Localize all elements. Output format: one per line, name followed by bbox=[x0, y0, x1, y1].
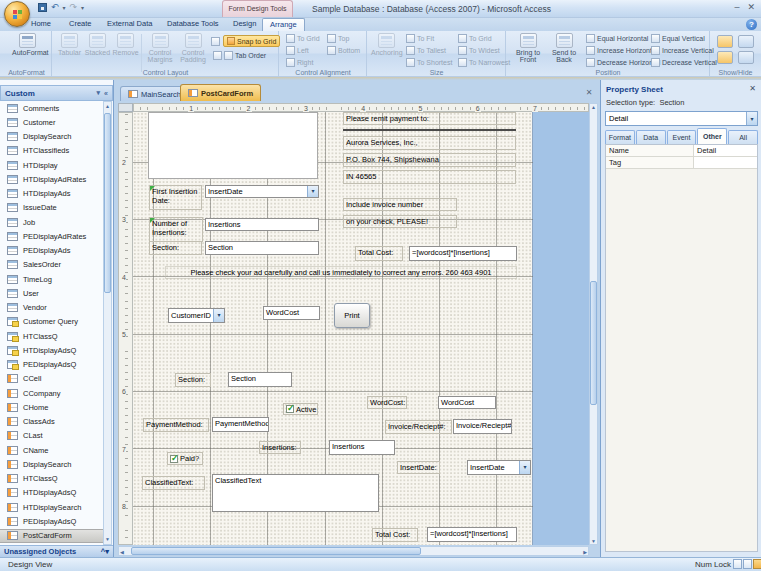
nav-item-issuedate[interactable]: IssueDate bbox=[0, 201, 104, 215]
close-button[interactable]: ✕ bbox=[747, 2, 755, 12]
size-to-tallest-button[interactable]: To Tallest bbox=[404, 45, 454, 56]
nav-item-timelog[interactable]: TimeLog bbox=[0, 272, 104, 286]
label-please-check-your-ad-careful[interactable]: Please check your ad carefully and call … bbox=[165, 266, 517, 279]
design-view-button[interactable] bbox=[753, 559, 761, 569]
size-to-grid-button[interactable]: To Grid bbox=[456, 33, 512, 44]
nav-item-htdisplayadrates[interactable]: HTDisplayAdRates bbox=[0, 172, 104, 186]
close-document-icon[interactable]: ✕ bbox=[583, 87, 595, 99]
label-insertdate[interactable]: InsertDate: bbox=[397, 461, 440, 474]
tab-data[interactable]: Data bbox=[636, 130, 666, 144]
form-header-icon[interactable] bbox=[717, 35, 733, 48]
tab-external-data[interactable]: External Data bbox=[100, 18, 159, 31]
textbox-wordcost-insertions[interactable]: =[wordcost]*[insertions] bbox=[427, 527, 517, 542]
align-bottom-button[interactable]: Bottom bbox=[325, 45, 362, 56]
size-to-shortest-button[interactable]: To Shortest bbox=[404, 57, 454, 68]
datasheet-view-button[interactable] bbox=[743, 559, 752, 569]
canvas-vertical-scrollbar[interactable]: ▲ ▼ bbox=[589, 103, 598, 545]
nav-item-htdisplay[interactable]: HTDisplay bbox=[0, 158, 104, 172]
nav-item-htclassq[interactable]: HTClassQ bbox=[0, 329, 104, 343]
nav-item-htdisplayads[interactable]: HTDisplayAds bbox=[0, 187, 104, 201]
tab-all[interactable]: All bbox=[728, 130, 758, 144]
form-selector[interactable] bbox=[118, 103, 133, 112]
increase-vertical-button[interactable]: Increase Vertical bbox=[649, 45, 719, 56]
nav-item-comments[interactable]: Comments bbox=[0, 101, 104, 115]
scroll-left-icon[interactable]: ◀ bbox=[120, 549, 124, 555]
doc-tab-postcardform[interactable]: PostCardForm bbox=[180, 84, 261, 101]
nav-item-cname[interactable]: CName bbox=[0, 443, 104, 457]
doc-tab-mainsearch[interactable]: MainSearch bbox=[120, 86, 189, 101]
chevron-down-icon[interactable]: ▾ bbox=[746, 112, 757, 125]
close-icon[interactable]: ✕ bbox=[749, 84, 756, 93]
tab-order-alt-icon[interactable] bbox=[211, 37, 220, 46]
size-to-widest-button[interactable]: To Widest bbox=[456, 45, 512, 56]
nav-item-htclassifieds[interactable]: HTClassifieds bbox=[0, 144, 104, 158]
tab-format[interactable]: Format bbox=[605, 130, 635, 144]
form-design-canvas[interactable]: Please remit payment to:Aurora Services,… bbox=[133, 112, 589, 545]
label-please-remit-payment-to[interactable]: Please remit payment to: bbox=[343, 112, 516, 125]
autoformat-button[interactable]: AutoFormat bbox=[12, 33, 42, 56]
vertical-ruler[interactable]: 2345678 bbox=[118, 112, 133, 545]
nav-scroll-thumb[interactable] bbox=[104, 113, 111, 293]
textbox-wordcost[interactable]: WordCost bbox=[263, 306, 320, 320]
label-number-of-insertions[interactable]: Number of Insertions: bbox=[149, 217, 203, 242]
undo-icon[interactable]: ↶ bbox=[51, 2, 59, 12]
label-on-your-check-please[interactable]: on your check, PLEASE! bbox=[343, 215, 457, 228]
label-section[interactable]: Section: bbox=[175, 373, 211, 387]
textbox-classifiedtext[interactable]: ClassifiedText bbox=[212, 474, 379, 512]
textbox-paymentmethod[interactable]: PaymentMethod bbox=[212, 417, 269, 432]
nav-item-vendor[interactable]: Vendor bbox=[0, 301, 104, 315]
chevron-down-icon[interactable]: ▾ bbox=[97, 89, 101, 97]
anchoring-button[interactable]: Anchoring bbox=[371, 33, 401, 56]
nav-item-postcardform[interactable]: PostCardForm bbox=[0, 529, 104, 543]
textbox-wordcost-insertions[interactable]: =[wordcost]*[insertions] bbox=[409, 246, 517, 261]
selection-combo[interactable]: Detail ▾ bbox=[605, 111, 758, 126]
equal-vertical-button[interactable]: Equal Vertical bbox=[649, 33, 719, 44]
label-paymentmethod[interactable]: PaymentMethod: bbox=[143, 418, 209, 432]
nav-item-salesorder[interactable]: SalesOrder bbox=[0, 258, 104, 272]
nav-item-job[interactable]: Job bbox=[0, 215, 104, 229]
textbox-invoice-reciept[interactable]: Invoice/Reciept# bbox=[453, 419, 512, 434]
bring-to-front-button[interactable]: Bring to Front bbox=[511, 33, 545, 64]
nav-item-customer[interactable]: Customer bbox=[0, 115, 104, 129]
control-padding-button[interactable]: Control Padding bbox=[177, 33, 209, 64]
label-include-invoice-number[interactable]: Include invoice number bbox=[343, 198, 457, 211]
label-first-insertion-date[interactable]: First Insertion Date: bbox=[149, 185, 202, 210]
shutter-bar-close-icon[interactable]: « bbox=[104, 90, 108, 97]
label-total-cost[interactable]: Total Cost: bbox=[355, 246, 403, 261]
image-control[interactable] bbox=[148, 112, 318, 179]
align-top-button[interactable]: Top bbox=[325, 33, 362, 44]
combo-insertdate[interactable]: InsertDate▾ bbox=[467, 460, 531, 475]
tab-other[interactable]: Other bbox=[697, 128, 727, 144]
horizontal-ruler[interactable]: 1234567 bbox=[133, 103, 589, 112]
tab-arrange[interactable]: Arrange bbox=[262, 18, 305, 31]
label-insertions[interactable]: Insertions: bbox=[259, 441, 301, 454]
label-aurora-services-inc[interactable]: Aurora Services, Inc., bbox=[343, 136, 516, 150]
label-in-46565[interactable]: IN 46565 bbox=[343, 170, 516, 184]
align-left-button[interactable]: Left bbox=[284, 45, 322, 56]
tab-create[interactable]: Create bbox=[62, 18, 99, 31]
size-to-narrowest-button[interactable]: To Narrowest bbox=[456, 57, 512, 68]
label-section[interactable]: Section: bbox=[149, 241, 202, 255]
tab-order-button[interactable]: Tab Order bbox=[211, 50, 280, 61]
label-classifiedtext[interactable]: ClassifiedText: bbox=[142, 476, 205, 490]
undo-dropdown-icon[interactable]: ▾ bbox=[63, 4, 66, 11]
decrease-vertical-button[interactable]: Decrease Vertical bbox=[649, 57, 719, 68]
tab-event[interactable]: Event bbox=[667, 130, 697, 144]
nav-item-ccompany[interactable]: CCompany bbox=[0, 386, 104, 400]
align-to-grid-button[interactable]: To Grid bbox=[284, 33, 322, 44]
scroll-up-icon[interactable]: ▲ bbox=[104, 102, 111, 111]
tab-home[interactable]: Home bbox=[24, 18, 58, 31]
office-button[interactable] bbox=[4, 1, 30, 27]
chevron-down-icon[interactable]: ▾ bbox=[307, 186, 318, 197]
form-view-button[interactable] bbox=[733, 559, 742, 569]
nav-group-unassigned[interactable]: Unassigned Objects ^ ▾ bbox=[0, 545, 113, 557]
nav-item-clast[interactable]: CLast bbox=[0, 429, 104, 443]
property-row-name[interactable]: Name Detail bbox=[606, 145, 757, 157]
control-margins-button[interactable]: Control Margins bbox=[144, 33, 176, 64]
align-right-button[interactable]: Right bbox=[284, 57, 322, 68]
nav-item-displaysearch[interactable]: DisplaySearch bbox=[0, 130, 104, 144]
label-total-cost[interactable]: Total Cost: bbox=[372, 528, 418, 542]
scroll-right-icon[interactable]: ▶ bbox=[583, 549, 587, 555]
nav-item-htclassq[interactable]: HTClassQ bbox=[0, 472, 104, 486]
horizontal-scroll-thumb[interactable] bbox=[131, 547, 421, 555]
